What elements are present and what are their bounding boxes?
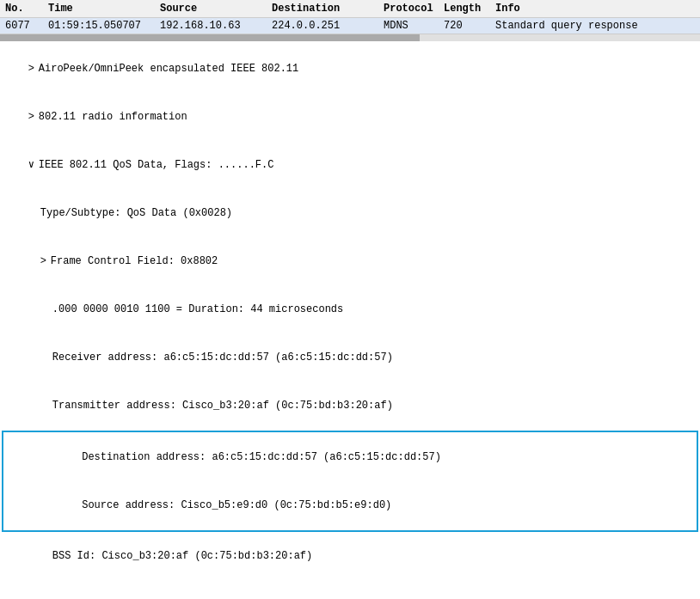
header-length: Length xyxy=(439,3,490,15)
tree-item-receiver: Receiver address: a6:c5:15:dc:dd:57 (a6:… xyxy=(0,333,700,382)
tree-item-duration: .000 0000 0010 1100 = Duration: 44 micro… xyxy=(0,285,700,333)
header-no: No. xyxy=(0,3,43,15)
tree-item-source-addr: Source address: Cisco_b5:e9:d0 (0c:75:bd… xyxy=(5,481,695,529)
header-destination: Destination xyxy=(267,3,378,15)
tree-item-transmitter: Transmitter address: Cisco_b3:20:af (0c:… xyxy=(0,382,700,430)
packet-list-header: No. Time Source Destination Protocol Len… xyxy=(0,0,700,18)
tree-item-frame-control[interactable]: > Frame Control Field: 0x8802 xyxy=(0,237,700,285)
tree-item-airopeel[interactable]: > AiroPeek/OmniPeek encapsulated IEEE 80… xyxy=(0,45,700,93)
packet-length: 720 xyxy=(439,20,490,32)
packet-time: 01:59:15.050707 xyxy=(43,20,155,32)
tree-item-destination: Destination address: a6:c5:15:dc:dd:57 (… xyxy=(5,433,695,481)
tree-item-ieee80211[interactable]: ∨ IEEE 802.11 QoS Data, Flags: ......F.C xyxy=(0,141,700,189)
header-time: Time xyxy=(43,3,155,15)
header-info: Info xyxy=(490,3,700,15)
tree-item-bss: BSS Id: Cisco_b3:20:af (0c:75:bd:b3:20:a… xyxy=(0,532,700,580)
packet-source: 192.168.10.63 xyxy=(155,20,267,32)
packet-destination: 224.0.0.251 xyxy=(267,20,378,32)
tree-item-radio[interactable]: > 802.11 radio information xyxy=(0,93,700,141)
header-protocol: Protocol xyxy=(378,3,439,15)
horizontal-scrollbar[interactable] xyxy=(0,34,700,41)
expand-icon[interactable]: > xyxy=(28,61,39,76)
highlight-box-addresses: Destination address: a6:c5:15:dc:dd:57 (… xyxy=(2,431,698,532)
packet-row[interactable]: 6077 01:59:15.050707 192.168.10.63 224.0… xyxy=(0,18,700,34)
packet-protocol: MDNS xyxy=(378,20,439,32)
packet-detail-tree: > AiroPeek/OmniPeek encapsulated IEEE 80… xyxy=(0,41,700,599)
expand-icon[interactable]: > xyxy=(40,254,51,269)
expand-icon[interactable]: > xyxy=(28,109,39,125)
packet-info: Standard query response xyxy=(490,20,700,32)
collapse-icon[interactable]: ∨ xyxy=(28,157,39,173)
scrollbar-thumb[interactable] xyxy=(0,34,420,41)
packet-no: 6077 xyxy=(0,20,43,32)
tree-item-type-subtype: Type/Subtype: QoS Data (0x0028) xyxy=(0,189,700,237)
header-source: Source xyxy=(155,3,267,15)
tree-item-sta: STA address: a6:c5:15:dc:dd:57 (a6:c5:15… xyxy=(0,580,700,599)
